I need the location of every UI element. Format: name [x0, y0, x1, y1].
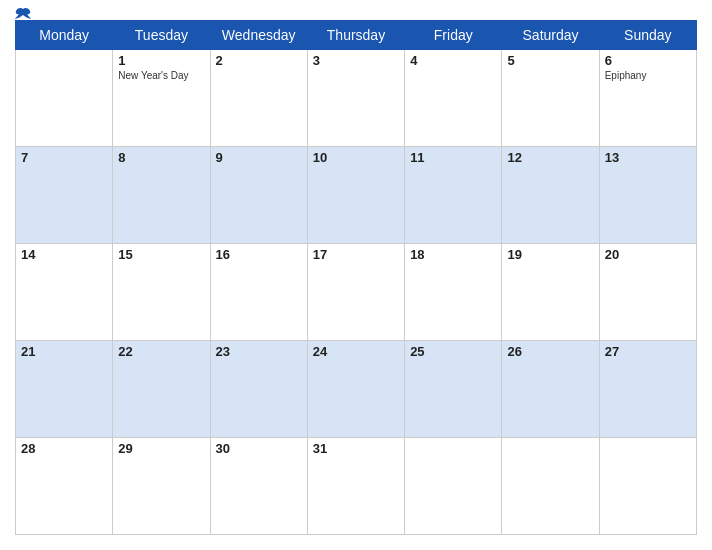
calendar-cell	[502, 438, 599, 535]
calendar-cell: 30	[210, 438, 307, 535]
calendar-cell: 17	[307, 244, 404, 341]
calendar-cell: 7	[16, 147, 113, 244]
day-number: 29	[118, 441, 204, 456]
day-number: 8	[118, 150, 204, 165]
calendar-table: MondayTuesdayWednesdayThursdayFridaySatu…	[15, 20, 697, 535]
day-number: 1	[118, 53, 204, 68]
logo-blue-text	[15, 7, 33, 21]
day-number: 11	[410, 150, 496, 165]
calendar-cell: 5	[502, 50, 599, 147]
calendar-cell: 3	[307, 50, 404, 147]
calendar-cell: 18	[405, 244, 502, 341]
calendar-week-row: 21222324252627	[16, 341, 697, 438]
day-number: 14	[21, 247, 107, 262]
calendar-week-row: 78910111213	[16, 147, 697, 244]
weekday-header-wednesday: Wednesday	[210, 21, 307, 50]
day-number: 12	[507, 150, 593, 165]
calendar-cell: 15	[113, 244, 210, 341]
calendar-cell: 16	[210, 244, 307, 341]
calendar-header	[15, 10, 697, 14]
calendar-cell: 23	[210, 341, 307, 438]
day-number: 15	[118, 247, 204, 262]
weekday-header-thursday: Thursday	[307, 21, 404, 50]
calendar-week-row: 28293031	[16, 438, 697, 535]
day-number: 22	[118, 344, 204, 359]
day-number: 18	[410, 247, 496, 262]
day-number: 30	[216, 441, 302, 456]
calendar-cell	[405, 438, 502, 535]
calendar-cell	[599, 438, 696, 535]
weekday-header-row: MondayTuesdayWednesdayThursdayFridaySatu…	[16, 21, 697, 50]
day-number: 2	[216, 53, 302, 68]
day-number: 27	[605, 344, 691, 359]
calendar-week-row: 14151617181920	[16, 244, 697, 341]
day-number: 5	[507, 53, 593, 68]
day-number: 19	[507, 247, 593, 262]
calendar-cell: 12	[502, 147, 599, 244]
day-number: 23	[216, 344, 302, 359]
weekday-header-saturday: Saturday	[502, 21, 599, 50]
calendar-cell: 11	[405, 147, 502, 244]
calendar-cell: 4	[405, 50, 502, 147]
calendar-cell: 14	[16, 244, 113, 341]
day-number: 4	[410, 53, 496, 68]
calendar-cell: 29	[113, 438, 210, 535]
holiday-label: Epiphany	[605, 70, 691, 81]
calendar-cell: 28	[16, 438, 113, 535]
day-number: 9	[216, 150, 302, 165]
calendar-week-row: 1New Year's Day23456Epiphany	[16, 50, 697, 147]
calendar-cell: 19	[502, 244, 599, 341]
calendar-cell: 21	[16, 341, 113, 438]
calendar-cell: 6Epiphany	[599, 50, 696, 147]
calendar-cell: 20	[599, 244, 696, 341]
weekday-header-sunday: Sunday	[599, 21, 696, 50]
holiday-label: New Year's Day	[118, 70, 204, 81]
day-number: 31	[313, 441, 399, 456]
day-number: 20	[605, 247, 691, 262]
day-number: 24	[313, 344, 399, 359]
calendar-cell: 2	[210, 50, 307, 147]
day-number: 21	[21, 344, 107, 359]
weekday-header-monday: Monday	[16, 21, 113, 50]
weekday-header-tuesday: Tuesday	[113, 21, 210, 50]
day-number: 3	[313, 53, 399, 68]
calendar-cell: 10	[307, 147, 404, 244]
day-number: 10	[313, 150, 399, 165]
calendar-cell: 22	[113, 341, 210, 438]
calendar-cell: 27	[599, 341, 696, 438]
day-number: 7	[21, 150, 107, 165]
day-number: 16	[216, 247, 302, 262]
logo	[15, 7, 33, 21]
calendar-cell: 9	[210, 147, 307, 244]
day-number: 13	[605, 150, 691, 165]
calendar-cell: 8	[113, 147, 210, 244]
weekday-header-friday: Friday	[405, 21, 502, 50]
day-number: 6	[605, 53, 691, 68]
calendar-cell	[16, 50, 113, 147]
day-number: 28	[21, 441, 107, 456]
logo-bird-icon	[15, 7, 31, 21]
calendar-cell: 31	[307, 438, 404, 535]
day-number: 26	[507, 344, 593, 359]
calendar-cell: 13	[599, 147, 696, 244]
calendar-cell: 25	[405, 341, 502, 438]
day-number: 25	[410, 344, 496, 359]
calendar-cell: 24	[307, 341, 404, 438]
calendar-cell: 26	[502, 341, 599, 438]
calendar-cell: 1New Year's Day	[113, 50, 210, 147]
day-number: 17	[313, 247, 399, 262]
